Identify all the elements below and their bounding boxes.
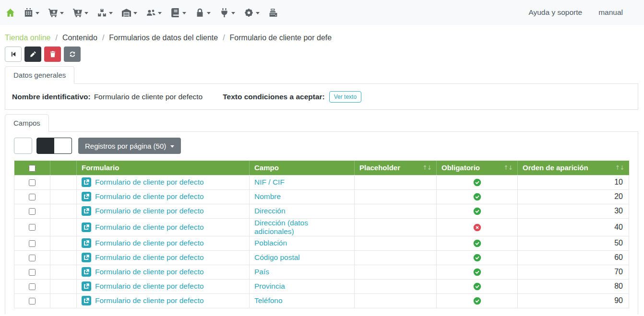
breadcrumb-separator: /	[223, 34, 225, 42]
placeholder-cell	[355, 218, 437, 236]
step-backward-icon	[10, 51, 17, 58]
formulario-link-label: Formulario de cliente por defecto	[95, 239, 204, 247]
row-checkbox[interactable]	[29, 194, 36, 200]
column-header-Placeholder[interactable]: Placeholder↑↓	[355, 161, 437, 175]
tab-datos-generales[interactable]: Datos generales	[5, 66, 74, 84]
campo-link[interactable]: País	[254, 268, 269, 276]
formulario-link[interactable]: Formulario de cliente por defecto	[82, 238, 244, 248]
refresh-button[interactable]	[14, 138, 32, 154]
nav-item-calendar[interactable]	[24, 8, 39, 17]
campo-link[interactable]: Población	[254, 239, 287, 247]
breadcrumb-item[interactable]: Contenido	[62, 34, 97, 42]
nav-item-pos[interactable]	[269, 8, 278, 17]
cart-plus-icon	[48, 8, 58, 17]
sort-icon[interactable]: ↑↓	[503, 164, 513, 171]
row-checkbox[interactable]	[29, 255, 36, 261]
formulario-link[interactable]: Formulario de cliente por defecto	[82, 222, 244, 232]
column-header-label: Campo	[254, 164, 279, 172]
formulario-link[interactable]: Formulario de cliente por defecto	[82, 192, 244, 201]
nav-item-home[interactable]	[6, 8, 15, 17]
row-empty-cell	[50, 293, 77, 308]
campo-link[interactable]: Dirección (datos adicionales)	[254, 219, 308, 235]
formulario-cell: Formulario de cliente por defecto	[77, 279, 250, 293]
nav-item-warehouse[interactable]	[122, 8, 137, 17]
campo-link[interactable]: Teléfono	[254, 296, 283, 304]
row-empty-cell	[50, 189, 77, 204]
row-checkbox[interactable]	[29, 179, 36, 186]
campo-link[interactable]: NIF / CIF	[254, 178, 285, 186]
campo-link[interactable]: Código postal	[254, 253, 300, 261]
clear-filters-button[interactable]	[54, 138, 72, 154]
formulario-link[interactable]: Formulario de cliente por defecto	[82, 267, 244, 277]
navbar-right: Ayuda y soporte manual	[525, 8, 635, 17]
table-row: Formulario de cliente por defectoNIF / C…	[14, 175, 629, 189]
user-label: manual	[598, 8, 623, 17]
obligatorio-cell	[437, 218, 518, 236]
formulario-link[interactable]: Formulario de cliente por defecto	[82, 177, 244, 187]
edit-button[interactable]	[24, 47, 41, 62]
caret-down-icon	[170, 145, 174, 148]
pencil-icon	[30, 51, 36, 58]
campo-cell: Código postal	[250, 250, 355, 265]
sort-icon[interactable]: ↑↓	[422, 164, 431, 171]
breadcrumb-item[interactable]: Formularios de datos del cliente	[109, 34, 218, 42]
formulario-cell: Formulario de cliente por defecto	[77, 250, 250, 265]
external-link-square-icon	[82, 192, 91, 201]
campo-link[interactable]: Dirección	[254, 207, 286, 215]
nav-item-security[interactable]	[195, 8, 211, 17]
search-button[interactable]	[36, 138, 54, 154]
user-menu[interactable]: manual	[595, 8, 623, 17]
nav-item-settings[interactable]	[244, 8, 260, 17]
row-empty-cell	[50, 250, 77, 265]
nav-item-users[interactable]	[146, 8, 162, 17]
formulario-link-label: Formulario de cliente por defecto	[95, 178, 204, 187]
select-all-checkbox[interactable]	[29, 165, 36, 172]
nav-item-integrations[interactable]	[220, 8, 235, 17]
column-header-Formulario: Formulario	[77, 161, 250, 175]
row-select-cell	[14, 265, 50, 279]
placeholder-cell	[355, 265, 437, 279]
nav-item-products[interactable]	[97, 8, 113, 17]
formulario-link[interactable]: Formulario de cliente por defecto	[82, 296, 244, 305]
campo-link[interactable]: Nombre	[254, 192, 281, 200]
column-header-label: Orden de aparición	[523, 164, 588, 172]
row-checkbox[interactable]	[29, 283, 36, 290]
breadcrumb-separator: /	[102, 34, 104, 42]
placeholder-cell	[355, 293, 437, 308]
formulario-link[interactable]: Formulario de cliente por defecto	[82, 253, 244, 262]
orden-cell: 20	[518, 189, 629, 204]
nav-item-cart[interactable]	[73, 8, 88, 17]
caret-down-icon	[84, 12, 88, 14]
view-text-button[interactable]: Ver texto	[329, 91, 361, 103]
orden-cell: 90	[518, 293, 629, 308]
nav-item-catalog[interactable]	[171, 8, 186, 17]
caret-down-icon	[60, 12, 64, 14]
help-link[interactable]: Ayuda y soporte	[525, 8, 582, 17]
delete-button[interactable]	[44, 47, 61, 62]
breadcrumb-item[interactable]: Formulario de cliente por defe	[230, 34, 332, 42]
sort-icon[interactable]: ↑↓	[615, 164, 624, 171]
row-empty-cell	[50, 279, 77, 293]
formulario-link[interactable]: Formulario de cliente por defecto	[82, 281, 244, 291]
per-page-dropdown[interactable]: Registros por página (50)	[78, 138, 181, 154]
row-select-cell	[14, 175, 50, 189]
obligatorio-cell	[437, 279, 518, 293]
external-link-square-icon	[82, 206, 91, 216]
row-checkbox[interactable]	[29, 240, 36, 247]
row-checkbox[interactable]	[29, 208, 36, 215]
select-all-header	[14, 161, 50, 175]
reload-button[interactable]	[64, 47, 81, 62]
column-header-Orden de aparición[interactable]: Orden de aparición↑↓	[518, 161, 629, 175]
row-checkbox[interactable]	[29, 224, 36, 231]
row-checkbox[interactable]	[29, 269, 36, 276]
breadcrumb-item[interactable]: Tienda online	[5, 34, 50, 42]
formulario-link[interactable]: Formulario de cliente por defecto	[82, 206, 244, 216]
back-button[interactable]	[5, 47, 22, 62]
campo-link[interactable]: Provincia	[254, 282, 285, 290]
column-header-Obligatorio[interactable]: Obligatorio↑↓	[437, 161, 518, 175]
external-link-square-icon	[82, 222, 91, 232]
row-checkbox[interactable]	[29, 298, 36, 304]
tab-campos[interactable]: Campos	[5, 114, 49, 132]
row-empty-cell	[50, 265, 77, 279]
nav-item-cart-plus[interactable]	[48, 8, 64, 17]
